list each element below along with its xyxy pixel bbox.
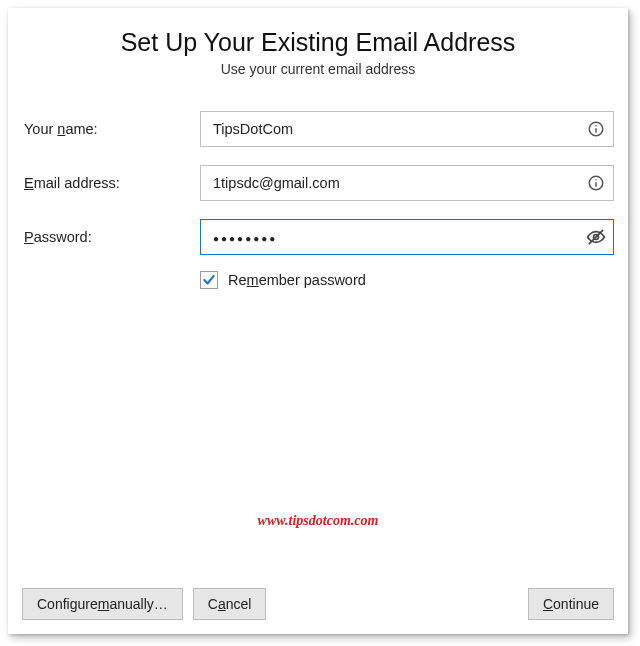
remember-label: Remember password xyxy=(228,272,366,288)
password-input-wrap xyxy=(200,219,614,255)
email-input-wrap xyxy=(200,165,614,201)
email-label: Email address: xyxy=(22,175,200,191)
configure-manually-button[interactable]: Configure manually… xyxy=(22,588,183,620)
button-bar: Configure manually… Cancel Continue xyxy=(22,588,614,620)
row-email: Email address: xyxy=(22,165,614,201)
svg-point-2 xyxy=(595,125,597,127)
cancel-button[interactable]: Cancel xyxy=(193,588,267,620)
info-icon[interactable] xyxy=(586,173,606,193)
page-subtitle: Use your current email address xyxy=(22,61,614,77)
remember-checkbox[interactable] xyxy=(200,271,218,289)
account-setup-dialog: Set Up Your Existing Email Address Use y… xyxy=(8,8,628,634)
password-input[interactable] xyxy=(200,219,614,255)
name-input-wrap xyxy=(200,111,614,147)
svg-point-5 xyxy=(595,179,597,181)
eye-off-icon[interactable] xyxy=(586,227,606,247)
info-icon[interactable] xyxy=(586,119,606,139)
row-password: Password: xyxy=(22,219,614,255)
row-name: Your name: xyxy=(22,111,614,147)
name-input[interactable] xyxy=(200,111,614,147)
page-title: Set Up Your Existing Email Address xyxy=(22,28,614,57)
name-label: Your name: xyxy=(22,121,200,137)
watermark: www.tipsdotcom.com xyxy=(8,513,628,529)
form-area: Your name: Email address: xyxy=(22,111,614,289)
remember-row: Remember password xyxy=(200,271,614,289)
continue-button[interactable]: Continue xyxy=(528,588,614,620)
password-label: Password: xyxy=(22,229,200,245)
email-input[interactable] xyxy=(200,165,614,201)
